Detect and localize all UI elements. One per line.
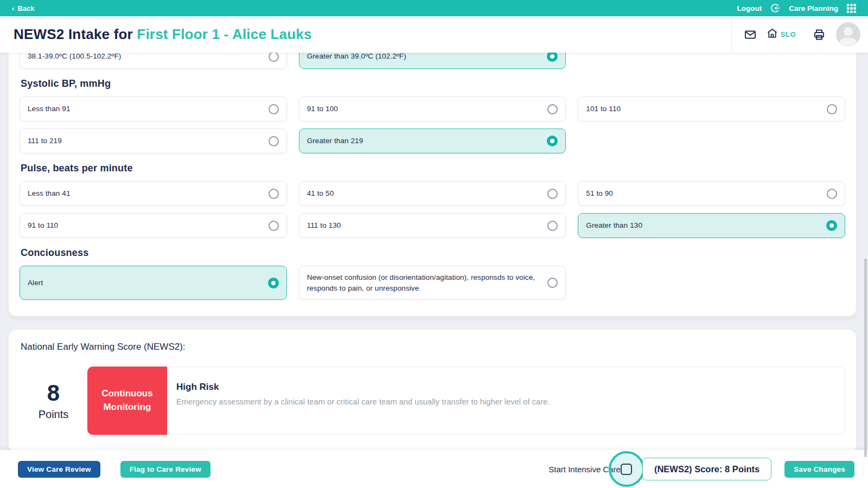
- points-value: 8: [47, 381, 60, 406]
- title-prefix: NEWS2 Intake for: [14, 26, 137, 42]
- risk-title: High Risk: [176, 382, 550, 393]
- option-label: Less than 91: [28, 104, 71, 114]
- title-patient-name: First Floor 1 - Alice Lauks: [137, 26, 311, 42]
- option-bp-greater-219[interactable]: Greater than 219: [299, 129, 566, 153]
- option-new-onset-confusion[interactable]: New-onset confusion (or disorientation/a…: [299, 266, 566, 300]
- option-label: 91 to 100: [307, 104, 338, 114]
- back-label: Back: [17, 4, 34, 12]
- apps-grid-icon[interactable]: [847, 4, 856, 13]
- option-bp-less-91[interactable]: Less than 91: [20, 97, 287, 121]
- view-care-review-button[interactable]: View Care Review: [18, 461, 100, 478]
- page-header: NEWS2 Intake for First Floor 1 - Alice L…: [0, 16, 868, 53]
- page-title: NEWS2 Intake for First Floor 1 - Alice L…: [0, 26, 312, 43]
- section-heading-pulse: Pulse, beats per minute: [21, 163, 844, 174]
- points-label: Points: [39, 408, 69, 421]
- radio-icon: [827, 104, 837, 114]
- pulse-row-1: Less than 41 41 to 50 51 to 90: [20, 181, 845, 206]
- radio-selected-icon: [826, 220, 837, 231]
- news2-score-display: (NEWS2) Score: 8 Points: [642, 458, 771, 480]
- section-heading-consciousness: Conciousness: [21, 247, 844, 259]
- option-pulse-91-110[interactable]: 91 to 110: [20, 213, 287, 238]
- option-temp-38-39[interactable]: 38.1-39.0ºC (100.5-102.2ºF): [20, 53, 287, 69]
- option-label: Greater than 39.0ºC (102.2ºF): [307, 53, 406, 62]
- radio-icon: [547, 189, 558, 199]
- radio-selected-icon: [268, 278, 279, 288]
- temperature-options-row: 38.1-39.0ºC (100.5-102.2ºF) Greater than…: [20, 53, 845, 69]
- bottom-action-bar: View Care Review Flag to Care Review Sta…: [0, 450, 868, 488]
- radio-icon: [547, 104, 558, 114]
- news2-form-card: 38.1-39.0ºC (100.5-102.2ºF) Greater than…: [9, 53, 856, 316]
- avatar-head: [844, 27, 853, 36]
- option-pulse-greater-130[interactable]: Greater than 130: [578, 213, 845, 238]
- home-link[interactable]: SLO: [766, 27, 796, 42]
- consciousness-row: Alert New-onset confusion (or disorienta…: [20, 266, 845, 300]
- option-label: 111 to 219: [28, 136, 62, 146]
- main-content: 38.1-39.0ºC (100.5-102.2ºF) Greater than…: [0, 53, 868, 450]
- systolic-bp-row-2: 111 to 219 Greater than 219: [20, 129, 845, 153]
- option-bp-91-100[interactable]: 91 to 100: [299, 97, 566, 121]
- option-temp-greater-39[interactable]: Greater than 39.0ºC (102.2ºF): [299, 53, 566, 69]
- option-label: Greater than 219: [307, 136, 363, 146]
- risk-description: Emergency assessment by a clinical team …: [176, 397, 550, 406]
- option-label: 51 to 90: [586, 188, 613, 199]
- option-label: 101 to 110: [586, 104, 621, 114]
- option-alert[interactable]: Alert: [20, 266, 287, 300]
- score-body: 8 Points Continuous Monitoring High Risk…: [20, 367, 845, 435]
- slo-label: SLO: [781, 30, 796, 38]
- header-icon-group: SLO: [731, 16, 868, 53]
- points-block: 8 Points: [20, 367, 87, 435]
- pulse-row-2: 91 to 110 111 to 130 Greater than 130: [20, 213, 845, 238]
- avatar[interactable]: [836, 22, 860, 47]
- mail-icon[interactable]: [744, 28, 757, 41]
- option-label: 41 to 50: [307, 188, 334, 199]
- option-pulse-less-41[interactable]: Less than 41: [20, 181, 287, 206]
- top-app-bar: ‹ Back Logout Care Planning: [0, 0, 868, 16]
- option-pulse-111-130[interactable]: 111 to 130: [299, 213, 566, 238]
- radio-icon: [269, 189, 279, 199]
- option-label: Less than 41: [28, 188, 71, 199]
- option-label: Greater than 130: [586, 220, 642, 231]
- section-heading-systolic-bp: Systolic BP, mmHg: [21, 78, 844, 89]
- option-label: 91 to 110: [28, 220, 58, 231]
- radio-icon: [827, 189, 837, 199]
- logout-icon[interactable]: [770, 3, 780, 13]
- radio-icon: [547, 278, 558, 288]
- chevron-left-icon: ‹: [12, 4, 14, 12]
- radio-icon: [269, 221, 279, 231]
- radio-icon: [269, 104, 279, 114]
- radio-selected-icon: [547, 53, 558, 62]
- option-bp-101-110[interactable]: 101 to 110: [578, 97, 845, 121]
- systolic-bp-row-1: Less than 91 91 to 100 101 to 110: [20, 97, 845, 121]
- radio-icon: [269, 53, 279, 62]
- print-icon[interactable]: [813, 28, 826, 41]
- option-label: 38.1-39.0ºC (100.5-102.2ºF): [28, 53, 121, 62]
- option-pulse-41-50[interactable]: 41 to 50: [299, 181, 566, 206]
- logout-button[interactable]: Logout: [737, 4, 762, 12]
- avatar-body: [839, 37, 857, 47]
- option-pulse-51-90[interactable]: 51 to 90: [578, 181, 845, 206]
- risk-panel: Continuous Monitoring High Risk Emergenc…: [87, 367, 845, 435]
- option-label: Alert: [28, 278, 43, 288]
- radio-icon: [547, 221, 558, 231]
- start-intensive-care-checkbox[interactable]: [621, 464, 632, 475]
- care-planning-link[interactable]: Care Planning: [789, 4, 838, 12]
- risk-text: High Risk Emergency assessment by a clin…: [167, 367, 560, 434]
- score-heading: National Early Warning Score (NEWS2):: [21, 342, 845, 352]
- flag-to-care-review-button[interactable]: Flag to Care Review: [120, 461, 210, 478]
- option-label: 111 to 130: [307, 220, 341, 231]
- save-changes-button[interactable]: Save Changes: [784, 461, 854, 478]
- checkbox-focus-ring: [609, 451, 644, 487]
- option-label: New-onset confusion (or disorientation/a…: [307, 272, 539, 293]
- radio-icon: [269, 136, 279, 146]
- radio-selected-icon: [547, 136, 558, 146]
- home-icon: [766, 27, 778, 42]
- option-bp-111-219[interactable]: 111 to 219: [20, 129, 287, 153]
- vertical-scrollbar[interactable]: [864, 259, 867, 457]
- back-button[interactable]: ‹ Back: [12, 4, 34, 12]
- risk-badge: Continuous Monitoring: [87, 367, 167, 435]
- news2-score-card: National Early Warning Score (NEWS2): 8 …: [9, 330, 856, 450]
